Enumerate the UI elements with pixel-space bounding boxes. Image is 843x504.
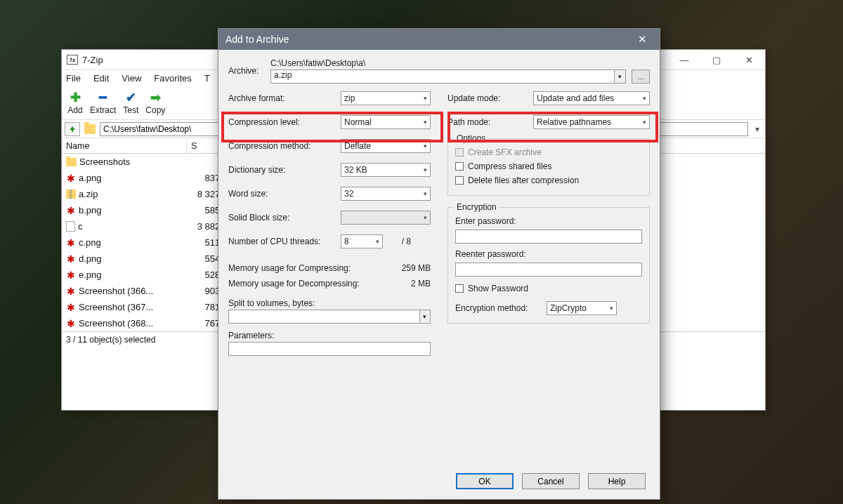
dialog-title: Add to Archive <box>226 34 289 45</box>
app-icon: 7z <box>67 55 78 65</box>
image-icon: ✱ <box>66 319 76 329</box>
column-name[interactable]: Name <box>62 138 187 153</box>
toolbar-add[interactable]: ✚Add <box>67 91 83 115</box>
compression-level-select[interactable]: Normal <box>341 115 431 129</box>
minimize-button[interactable]: — <box>668 50 700 69</box>
options-title: Options <box>454 133 488 143</box>
left-column: Archive format:zip Compression level:Nor… <box>228 91 431 356</box>
archive-file-input[interactable]: a.zip <box>270 69 615 84</box>
help-button[interactable]: Help <box>588 473 646 489</box>
update-mode-select[interactable]: Update and add files <box>533 91 650 105</box>
split-volumes-dropdown[interactable]: ▾ <box>420 310 431 324</box>
cpu-threads-label: Number of CPU threads: <box>228 237 341 246</box>
menu-edit[interactable]: Edit <box>93 73 109 84</box>
image-icon: ✱ <box>66 270 76 280</box>
image-icon: ✱ <box>66 303 76 312</box>
archive-dir: C:\Users\fatiw\Desktop\a\ <box>270 58 650 68</box>
dialog-button-row: OK Cancel Help <box>456 473 646 489</box>
compress-shared-label: Compress shared files <box>468 161 551 171</box>
file-name: Screenshot (366... <box>79 286 153 296</box>
image-icon: ✱ <box>66 238 76 248</box>
file-name: Screenshots <box>79 157 130 167</box>
toolbar-test[interactable]: ✔Test <box>123 91 138 115</box>
mem-compress-label: Memory usage for Compressing: <box>228 263 351 273</box>
show-password-label: Show Password <box>468 284 528 293</box>
mem-decompress-value: 2 MB <box>411 279 431 289</box>
folder-icon <box>66 158 77 166</box>
file-name: c <box>78 221 83 232</box>
encryption-group: Encryption Enter password: Reenter passw… <box>447 207 650 324</box>
archive-format-label: Archive format: <box>228 93 341 103</box>
toolbar-extract[interactable]: ━Extract <box>90 91 116 115</box>
archive-icon <box>66 190 76 199</box>
archive-format-select[interactable]: zip <box>341 91 431 105</box>
update-mode-label: Update mode: <box>447 93 533 103</box>
encryption-method-label: Encryption method: <box>455 303 547 313</box>
dictionary-size-select[interactable]: 32 KB <box>341 163 431 177</box>
sfx-checkbox <box>455 148 464 157</box>
menu-tools[interactable]: T <box>204 73 210 84</box>
sfx-label: Create SFX archive <box>468 147 542 157</box>
menu-file[interactable]: File <box>66 73 81 84</box>
browse-button[interactable]: ... <box>632 69 650 84</box>
file-name: d.png <box>79 253 102 264</box>
image-icon: ✱ <box>66 173 76 183</box>
split-volumes-input[interactable] <box>228 310 420 324</box>
enter-password-input[interactable] <box>455 230 642 244</box>
parameters-input[interactable] <box>228 342 431 356</box>
cpu-threads-max: / 8 <box>383 237 411 246</box>
show-password-checkbox[interactable] <box>455 284 464 293</box>
toolbar-copy[interactable]: ➡Copy <box>145 91 165 115</box>
dialog-titlebar: Add to Archive ✕ <box>218 29 660 50</box>
options-group: Options Create SFX archive Compress shar… <box>447 138 650 196</box>
close-button[interactable]: ✕ <box>733 50 765 69</box>
right-column: Update mode:Update and add files Path mo… <box>447 91 650 356</box>
parameters-label: Parameters: <box>228 331 431 340</box>
word-size-select[interactable]: 32 <box>341 187 431 201</box>
dictionary-size-label: Dictionary size: <box>228 165 341 175</box>
menu-favorites[interactable]: Favorites <box>154 73 191 84</box>
image-icon: ✱ <box>66 286 76 296</box>
file-name: e.png <box>79 270 102 280</box>
archive-label: Archive: <box>228 66 270 76</box>
path-dropdown[interactable]: ▾ <box>752 124 762 134</box>
image-icon: ✱ <box>66 254 76 264</box>
ok-button[interactable]: OK <box>456 473 514 489</box>
delete-after-checkbox[interactable] <box>455 176 464 185</box>
mem-compress-value: 259 MB <box>402 263 431 273</box>
compression-method-select[interactable]: Deflate <box>341 139 431 153</box>
archive-file-dropdown[interactable]: ▾ <box>615 69 626 84</box>
file-name: a.zip <box>79 189 98 199</box>
app-title: 7-Zip <box>82 55 103 65</box>
encryption-method-select[interactable]: ZipCrypto <box>547 301 617 315</box>
dialog-close-button[interactable]: ✕ <box>632 33 653 46</box>
path-mode-label: Path mode: <box>447 117 533 127</box>
file-name: a.png <box>79 173 102 183</box>
split-volumes-label: Split to volumes, bytes: <box>228 298 431 308</box>
folder-icon <box>84 124 96 134</box>
menu-view[interactable]: View <box>122 73 141 84</box>
file-name: Screenshot (368... <box>79 318 153 329</box>
path-mode-select[interactable]: Relative pathnames <box>533 115 650 129</box>
up-button[interactable] <box>65 122 80 136</box>
maximize-button[interactable]: ▢ <box>700 50 733 69</box>
image-icon: ✱ <box>66 206 76 215</box>
compression-level-label: Compression level: <box>228 117 341 127</box>
status-selection: 3 / 11 object(s) selected <box>66 335 155 345</box>
cpu-threads-select[interactable]: 8 <box>341 234 383 248</box>
enter-password-label: Enter password: <box>455 216 642 226</box>
file-name: b.png <box>79 205 102 215</box>
file-icon <box>66 221 75 232</box>
solid-block-size-select <box>341 211 431 225</box>
file-name: Screenshot (367... <box>79 302 153 312</box>
delete-after-label: Delete files after compression <box>468 175 579 185</box>
mem-decompress-label: Memory usage for Decompressing: <box>228 279 360 289</box>
compress-shared-checkbox[interactable] <box>455 162 464 171</box>
compression-method-label: Compression method: <box>228 141 341 151</box>
cancel-button[interactable]: Cancel <box>522 473 580 489</box>
file-name: c.png <box>79 237 101 248</box>
add-to-archive-dialog: Add to Archive ✕ Archive: C:\Users\fatiw… <box>218 28 660 500</box>
encryption-title: Encryption <box>454 202 499 212</box>
reenter-password-input[interactable] <box>455 263 642 277</box>
reenter-password-label: Reenter password: <box>455 249 642 259</box>
